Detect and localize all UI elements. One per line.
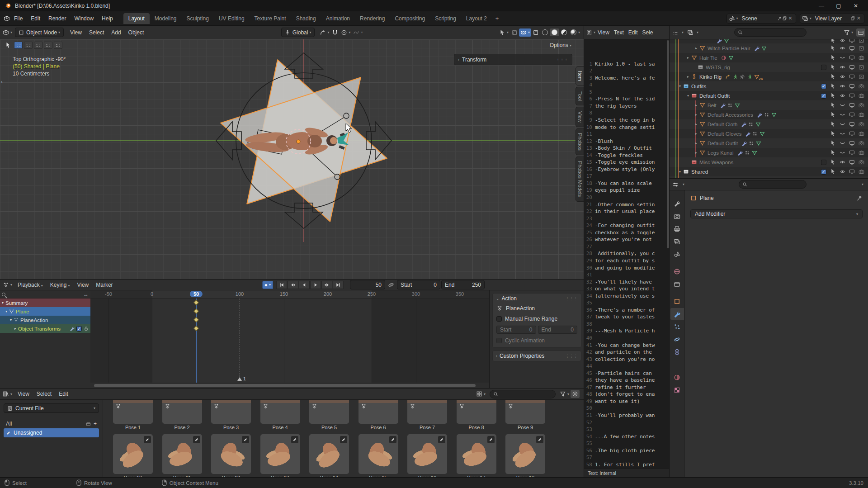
properties-tab[interactable] <box>670 236 684 247</box>
asset-search-input[interactable] <box>490 390 556 398</box>
current-frame-indicator[interactable]: 50 <box>190 291 203 297</box>
disable-render-icon[interactable] <box>859 150 864 156</box>
checkbox-unchecked[interactable] <box>821 160 826 165</box>
disable-viewport-icon[interactable] <box>849 150 855 156</box>
pose-thumbnail[interactable] <box>407 434 447 474</box>
keyframe[interactable] <box>193 308 198 313</box>
selectable-icon[interactable] <box>830 55 836 61</box>
channel-plane[interactable]: ▾Plane <box>0 307 90 316</box>
outliner-row[interactable]: ▸ Default Accessories <box>670 110 868 119</box>
pose-thumbnail-clipped[interactable] <box>113 400 153 424</box>
sidebar-tab[interactable]: View <box>576 107 584 127</box>
outliner-row[interactable]: ▸ Kiriko Rig 24 <box>670 72 868 81</box>
hide-viewport-icon[interactable] <box>840 131 845 137</box>
outliner-row[interactable]: ▸ Default Gloves <box>670 129 868 138</box>
disable-render-icon[interactable] <box>859 83 864 89</box>
viewport-menu-item[interactable]: Add <box>108 28 124 37</box>
outliner-row[interactable]: WGTS_rig <box>670 62 868 72</box>
annotate-tool-icon[interactable] <box>4 41 13 49</box>
expand-toggle[interactable]: ▾ <box>677 170 683 174</box>
disable-viewport-icon[interactable] <box>849 140 855 146</box>
hide-viewport-icon[interactable] <box>840 55 845 61</box>
properties-tab[interactable] <box>670 295 684 307</box>
editor-type-icon[interactable] <box>3 29 9 36</box>
mode-dropdown[interactable]: Object Mode▾ <box>15 28 64 37</box>
expand-toggle[interactable]: ▾ <box>677 84 683 88</box>
checkbox-checked[interactable] <box>821 93 826 99</box>
selectable-icon[interactable] <box>830 140 836 146</box>
cyclic-animation-checkbox[interactable] <box>496 338 502 343</box>
copy-icon[interactable] <box>850 16 855 21</box>
hide-viewport-icon[interactable] <box>840 121 845 127</box>
asset-card[interactable]: Pose 11 <box>158 434 207 477</box>
transform-panel-header[interactable]: › Transform ⋮⋮⋮ <box>454 54 572 65</box>
text-content[interactable]: 1Kiriko 1.0 - last sa23Welcome, here's a… <box>584 39 670 468</box>
disable-render-icon[interactable] <box>859 93 864 99</box>
outliner-row[interactable]: ▸ Hair Tie <box>670 53 868 62</box>
transform-orientation-dropdown[interactable]: Global▾ <box>281 28 315 37</box>
properties-tab[interactable] <box>670 359 684 370</box>
editor-type-icon[interactable] <box>3 282 9 288</box>
display-mode-button[interactable]: ▾ <box>475 390 487 398</box>
properties-tab[interactable] <box>670 333 684 345</box>
outliner-search-input[interactable] <box>734 28 807 37</box>
pose-thumbnail-clipped[interactable] <box>260 400 300 424</box>
workspace-tab[interactable]: Rendering <box>355 13 390 24</box>
asset-card[interactable]: Pose 8 <box>452 400 501 430</box>
frame-end-field[interactable]: End250 <box>441 280 485 289</box>
filter-button[interactable]: ▾ <box>842 28 854 37</box>
outliner-row[interactable]: ▸ Belt <box>670 100 868 110</box>
manual-frame-range-checkbox[interactable] <box>496 316 502 322</box>
expand-toggle[interactable]: ▾ <box>685 94 691 98</box>
editor-type-icon[interactable] <box>672 29 679 36</box>
marker-menu[interactable]: Marker <box>92 280 116 289</box>
selectable-icon[interactable] <box>830 121 836 127</box>
selectable-icon[interactable] <box>830 150 836 156</box>
select-lasso-button[interactable] <box>44 42 52 49</box>
asset-menu-item[interactable]: View <box>14 389 33 398</box>
pose-thumbnail[interactable] <box>505 434 545 474</box>
workspace-tab[interactable]: Compositing <box>390 13 430 24</box>
channel-summary[interactable]: ▾Summary <box>0 298 90 307</box>
menu-item[interactable]: Help <box>98 14 117 24</box>
expand-toggle[interactable]: ▸ <box>685 75 691 79</box>
hide-viewport-icon[interactable] <box>840 102 845 108</box>
add-modifier-dropdown[interactable]: Add Modifier▾ <box>690 209 863 218</box>
asset-source-dropdown[interactable]: Current File▾ <box>4 403 99 413</box>
next-keyframe-button[interactable] <box>321 281 332 289</box>
catalog-all[interactable]: All+ <box>4 419 99 428</box>
overlays-toggle[interactable]: ▾ <box>519 28 531 37</box>
viewport-menu-item[interactable]: Select <box>85 28 108 37</box>
breadcrumb-object-name[interactable]: Plane <box>700 195 714 201</box>
scene-name[interactable]: Scene <box>738 15 777 22</box>
new-collection-button[interactable] <box>856 28 865 37</box>
pose-thumbnail-clipped[interactable] <box>162 400 202 424</box>
selectable-icon[interactable] <box>830 45 836 51</box>
wireframe-shading-button[interactable] <box>540 28 550 36</box>
workspace-tab[interactable]: Layout <box>123 13 150 24</box>
outliner-row[interactable]: ▾ Default Outfit <box>670 91 868 100</box>
jump-to-start-button[interactable] <box>276 281 287 289</box>
properties-tab[interactable] <box>670 308 684 320</box>
outliner-row[interactable]: ▾ Shared <box>670 167 868 176</box>
timeline-scrollbar[interactable] <box>90 384 489 388</box>
disable-render-icon[interactable] <box>859 39 864 43</box>
channel-plane-action[interactable]: ▾PlaneAction <box>0 316 90 324</box>
expand-toggle[interactable]: ▸ <box>693 151 699 155</box>
disable-render-icon[interactable] <box>859 159 864 165</box>
properties-tab[interactable] <box>670 384 684 396</box>
selectable-icon[interactable] <box>830 93 836 99</box>
asset-card[interactable]: Pose 10 <box>108 434 157 477</box>
hide-viewport-icon[interactable] <box>840 112 845 118</box>
pin-icon[interactable] <box>777 16 782 21</box>
disable-render-icon[interactable] <box>859 55 864 61</box>
menu-item[interactable]: Window <box>70 14 98 24</box>
add-catalog-button[interactable]: + <box>94 421 97 427</box>
sidebar-tab[interactable]: Tool <box>576 87 584 105</box>
properties-search-input[interactable] <box>739 180 807 189</box>
hide-viewport-icon[interactable] <box>840 169 845 175</box>
channel-search[interactable]: ↔ <box>0 290 90 298</box>
sidebar-tab[interactable]: Phobos Models <box>576 156 584 201</box>
disable-viewport-icon[interactable] <box>849 159 855 165</box>
selectable-icon[interactable] <box>830 39 836 43</box>
